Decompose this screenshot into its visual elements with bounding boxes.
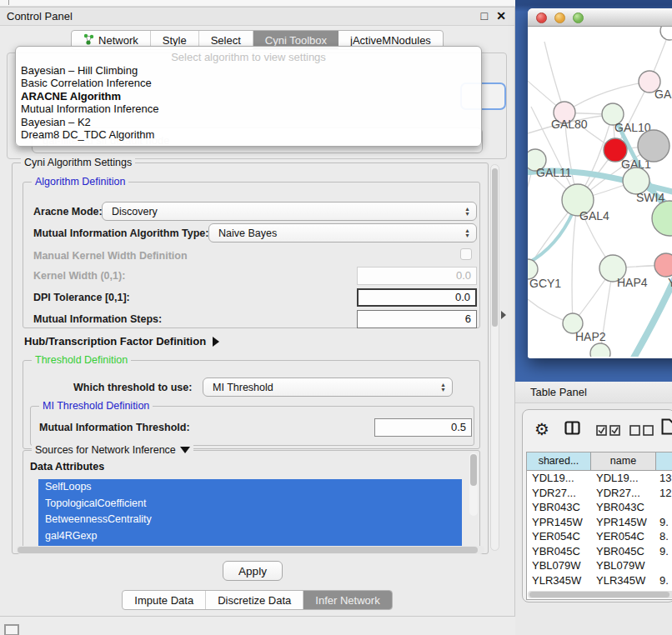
close-traffic-light-icon[interactable] bbox=[536, 12, 547, 23]
network-node[interactable] bbox=[660, 27, 672, 40]
table-cell: YPR145W bbox=[527, 515, 591, 530]
algorithm-definition-box: Algorithm Definition Aracne Mode: Discov… bbox=[23, 182, 480, 328]
collapse-arrow-icon[interactable] bbox=[180, 447, 190, 453]
splitter-arrow-icon[interactable] bbox=[501, 311, 506, 319]
network-canvas[interactable]: GALGAL80GAL10GAL1GAL11SWI4GAL4GCY1HAP4YH… bbox=[528, 27, 672, 357]
algorithm-item-bayesian-k2[interactable]: Bayesian – K2 bbox=[16, 116, 481, 128]
hub-definition-section[interactable]: Hub/Transcription Factor Definition bbox=[24, 335, 219, 348]
algorithm-item-bayesian-hill-climbing[interactable]: Bayesian – Hill Climbing bbox=[16, 64, 481, 77]
aracne-mode-value: Discovery bbox=[112, 206, 158, 218]
table-horizontal-scrollbar[interactable] bbox=[528, 591, 672, 598]
table-row[interactable]: YER054CYER054C8. bbox=[527, 529, 672, 544]
attributes-scrollbar[interactable] bbox=[469, 452, 478, 516]
network-node[interactable] bbox=[638, 130, 669, 162]
deselect-all-checkboxes-icon[interactable] bbox=[629, 424, 654, 439]
table-row[interactable]: YBL079WYBL079W bbox=[527, 558, 672, 573]
node-label-gal80: GAL80 bbox=[551, 118, 588, 131]
scrollbar-thumb[interactable] bbox=[492, 168, 498, 327]
table-row[interactable]: YPR145WYPR145W9. bbox=[527, 515, 672, 530]
scrollbar-thumb[interactable] bbox=[18, 547, 478, 553]
close-icon[interactable]: ✕ bbox=[496, 9, 506, 22]
table-cell: YDR27... bbox=[527, 486, 591, 501]
apply-button[interactable]: Apply bbox=[223, 561, 283, 581]
table-cell: YLR345W bbox=[527, 573, 591, 588]
zoom-traffic-light-icon[interactable] bbox=[573, 12, 584, 23]
node-label-hap4: HAP4 bbox=[617, 276, 648, 289]
bottom-tab-infer-network[interactable]: Infer Network bbox=[303, 591, 391, 609]
sources-box: Sources for Network Inference Data Attri… bbox=[23, 450, 480, 553]
column-header-extra[interactable] bbox=[656, 452, 672, 470]
table-cell: YDL19... bbox=[527, 471, 591, 486]
stepper-arrows-icon bbox=[439, 380, 448, 395]
attribute-item-gal4rgexp[interactable]: gal4RGexp bbox=[38, 528, 462, 545]
table-cell: 9. bbox=[656, 515, 672, 530]
network-view-window[interactable]: GALGAL80GAL10GAL1GAL11SWI4GAL4GCY1HAP4YH… bbox=[528, 8, 672, 358]
attribute-item-topologicalcoefficient[interactable]: TopologicalCoefficient bbox=[38, 496, 462, 512]
settings-horizontal-scrollbar[interactable] bbox=[16, 546, 484, 554]
scrollbar-thumb[interactable] bbox=[470, 454, 477, 486]
select-all-checkboxes-icon[interactable] bbox=[596, 424, 621, 439]
table-row[interactable]: YDL19...YDL19...13... bbox=[527, 471, 672, 486]
table-cell bbox=[656, 500, 672, 515]
mi-threshold-box: MI Threshold Definition Mutual Informati… bbox=[30, 406, 474, 446]
manual-kernel-width-checkbox[interactable] bbox=[460, 248, 472, 260]
bottom-tab-group: Impute DataDiscretize DataInfer Network bbox=[122, 590, 392, 610]
attribute-item-betweennesscentrality[interactable]: BetweennessCentrality bbox=[38, 512, 462, 528]
table-cell: YBL079W bbox=[527, 558, 591, 573]
algorithm-item-aracne-algorithm[interactable]: ARACNE Algorithm bbox=[16, 90, 481, 102]
network-node[interactable] bbox=[590, 343, 610, 357]
mi-threshold-field[interactable]: 0.5 bbox=[374, 418, 472, 437]
mi-threshold-label: Mutual Information Threshold: bbox=[39, 422, 190, 433]
mi-steps-field[interactable]: 6 bbox=[357, 310, 477, 328]
minimize-traffic-light-icon[interactable] bbox=[554, 12, 565, 23]
minimized-panel-icon[interactable] bbox=[4, 624, 19, 635]
aracne-mode-combo[interactable]: Discovery bbox=[102, 202, 477, 221]
network-window-titlebar[interactable] bbox=[528, 8, 672, 27]
mi-algorithm-type-combo[interactable]: Naive Bayes bbox=[208, 223, 477, 242]
bottom-tab-impute-data[interactable]: Impute Data bbox=[123, 591, 206, 609]
kernel-width-field[interactable]: 0.0 bbox=[357, 267, 477, 285]
gear-icon[interactable]: ⚙ bbox=[534, 418, 549, 440]
cyni-settings-title: Cyni Algorithm Settings bbox=[21, 157, 135, 168]
table-body: YDL19...YDL19...13...YDR27...YDR27...12.… bbox=[527, 471, 672, 592]
table-row[interactable]: YBR043CYBR043C bbox=[527, 500, 672, 515]
table-row[interactable]: YLR345WYLR345W9. bbox=[527, 573, 672, 588]
node-label-gal: GAL bbox=[654, 88, 672, 101]
tab-label: Style bbox=[163, 34, 187, 47]
network-node[interactable] bbox=[652, 201, 672, 236]
right-workspace: GALGAL80GAL10GAL1GAL11SWI4GAL4GCY1HAP4YH… bbox=[515, 0, 672, 635]
data-attributes-list[interactable]: SelfLoopsTopologicalCoefficientBetweenne… bbox=[38, 479, 462, 546]
dpi-tolerance-field[interactable]: 0.0 bbox=[357, 288, 477, 307]
node-table[interactable]: shared...name YDL19...YDL19...13...YDR27… bbox=[526, 452, 672, 600]
network-edge[interactable] bbox=[572, 200, 578, 323]
tab-label: Cyni Toolbox bbox=[265, 34, 327, 47]
algorithm-item-dream8-dc-tdc-algorithm[interactable]: Dream8 DC_TDC Algorithm bbox=[16, 128, 481, 141]
cyni-algorithm-settings-box: Cyni Algorithm Settings Algorithm Defini… bbox=[12, 162, 489, 554]
algorithm-item-basic-correlation-inference[interactable]: Basic Correlation Inference bbox=[16, 77, 481, 89]
node-label-gal4: GAL4 bbox=[579, 209, 609, 222]
manual-kernel-width-label: Manual Kernel Width Definition bbox=[33, 250, 188, 262]
table-row[interactable]: YBR045CYBR045C9. bbox=[527, 544, 672, 559]
scrollbar-thumb[interactable] bbox=[529, 592, 669, 598]
attribute-item-selfloops[interactable]: SelfLoops bbox=[38, 479, 462, 496]
table-panel-body: ⚙ shared...name YDL19. bbox=[522, 409, 672, 602]
algorithm-item-mutual-information-inference[interactable]: Mutual Information Inference bbox=[16, 102, 481, 115]
column-header-name[interactable]: name bbox=[591, 452, 656, 470]
algorithm-definition-title: Algorithm Definition bbox=[32, 176, 128, 188]
float-window-icon[interactable]: □ bbox=[481, 9, 488, 22]
table-cell: YDL19... bbox=[591, 471, 656, 486]
algorithm-popup-items: Bayesian – Hill ClimbingBasic Correlatio… bbox=[16, 64, 481, 141]
network-node-y[interactable] bbox=[654, 253, 672, 277]
table-row[interactable]: YDR27...YDR27...12... bbox=[527, 486, 672, 501]
table-cell: YBR043C bbox=[527, 500, 591, 515]
table-cell: YPR145W bbox=[591, 515, 656, 530]
which-threshold-combo[interactable]: MI Threshold bbox=[203, 378, 453, 397]
table-cell: YBL079W bbox=[591, 558, 656, 573]
bottom-tab-discretize-data[interactable]: Discretize Data bbox=[206, 591, 303, 609]
document-icon[interactable] bbox=[661, 418, 672, 438]
columns-icon[interactable] bbox=[564, 421, 580, 438]
column-header-shared[interactable]: shared... bbox=[527, 452, 591, 470]
expand-arrow-icon[interactable] bbox=[213, 337, 219, 347]
kernel-width-label: Kernel Width (0,1): bbox=[33, 270, 125, 282]
settings-vertical-scrollbar[interactable] bbox=[490, 164, 499, 551]
